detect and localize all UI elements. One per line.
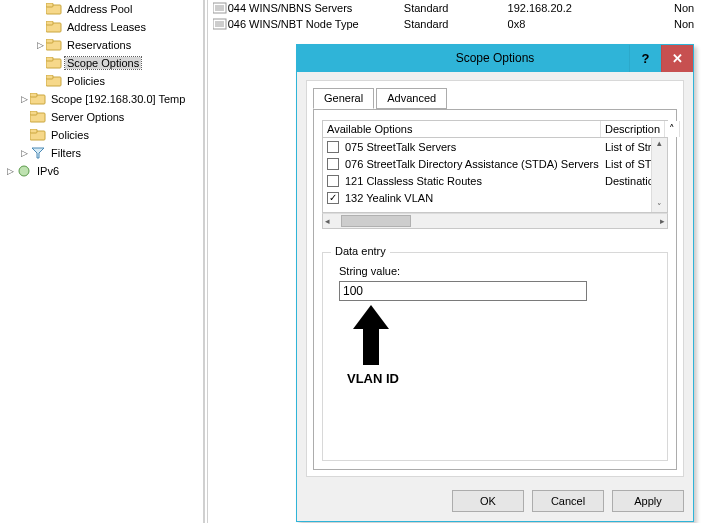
string-value-input[interactable] [339,281,587,301]
available-options-box: Available Options Description ˄ 075 Stre… [322,120,668,240]
folder-icon [46,2,62,16]
list-cell-vendor: Standard [404,18,508,30]
splitter[interactable] [204,0,208,523]
svg-marker-26 [353,305,389,365]
svg-rect-9 [46,75,53,79]
tree-item-label: Server Options [49,111,126,123]
ok-button[interactable]: OK [452,490,524,512]
list-row[interactable]: 044 WINS/NBNS Servers Standard 192.168.2… [210,0,719,16]
list-row[interactable]: 046 WINS/NBT Node Type Standard 0x8 Non [210,16,719,32]
scroll-up-icon[interactable]: ˄ [665,121,680,137]
dialog-body: General Advanced Available Options Descr… [306,80,684,477]
svg-rect-3 [46,21,53,25]
tree-item-policies-server[interactable]: Policies [0,126,203,144]
header-description[interactable]: Description [601,121,665,137]
header-available[interactable]: Available Options [323,121,601,137]
annotation-label: VLAN ID [347,371,399,386]
help-button[interactable]: ? [629,45,661,72]
group-label: Data entry [331,245,390,257]
tab-general[interactable]: General [313,88,374,109]
list-cell-value: 192.168.20.2 [508,2,674,14]
option-name: 132 Yealink VLAN [343,192,601,204]
folder-icon [30,110,46,124]
tab-panel-general: Available Options Description ˄ 075 Stre… [313,109,677,470]
tabstrip: General Advanced [313,87,683,110]
scrollbar-thumb[interactable] [341,215,411,227]
dialog-buttons: OK Cancel Apply [452,490,684,512]
navigation-tree: Address Pool Address Leases ▷ Reservatio… [0,0,204,523]
options-list: 075 StreetTalk Servers List of Stree 076… [322,138,668,213]
tree-item-label: Policies [65,75,107,87]
list-cell-vendor: Standard [404,2,508,14]
svg-rect-7 [46,57,53,61]
svg-point-17 [19,166,29,176]
tree-item-reservations[interactable]: ▷ Reservations [0,36,203,54]
tree-item-scope-options[interactable]: Scope Options [0,54,203,72]
option-name: 076 StreetTalk Directory Assistance (STD… [343,158,601,170]
tab-advanced[interactable]: Advanced [376,88,447,109]
folder-icon [30,128,46,142]
tree-item-label: Address Pool [65,3,134,15]
tree-item-label: Filters [49,147,83,159]
svg-rect-11 [30,93,37,97]
svg-rect-15 [30,129,37,133]
expander-icon[interactable]: ▷ [34,39,46,51]
option-row[interactable]: 076 StreetTalk Directory Assistance (STD… [323,155,667,172]
svg-rect-1 [46,3,53,7]
list-cell-value: 0x8 [508,18,674,30]
svg-rect-5 [46,39,53,43]
apply-button[interactable]: Apply [612,490,684,512]
option-icon [212,1,228,15]
option-row[interactable]: 132 Yealink VLAN [323,189,667,206]
tree-item-label: Scope [192.168.30.0] Temp [49,93,187,105]
folder-icon [46,20,62,34]
cancel-button[interactable]: Cancel [532,490,604,512]
tree-item-address-pool[interactable]: Address Pool [0,0,203,18]
close-button[interactable]: ✕ [661,45,693,72]
option-checkbox[interactable] [327,158,339,170]
folder-icon [30,92,46,106]
scroll-right-icon[interactable]: ▸ [660,216,665,226]
tree-item-label: Address Leases [65,21,148,33]
vertical-scrollbar[interactable]: ▴˅ [651,138,667,212]
svg-marker-16 [32,148,44,158]
tree-item-policies[interactable]: Policies [0,72,203,90]
option-name: 121 Classless Static Routes [343,175,601,187]
option-checkbox[interactable] [327,192,339,204]
tree-item-label: Policies [49,129,91,141]
list-cell-name: 046 WINS/NBT Node Type [228,18,404,30]
tree-item-label: Reservations [65,39,133,51]
option-row[interactable]: 075 StreetTalk Servers List of Stree [323,138,667,155]
scroll-left-icon[interactable]: ◂ [325,216,330,226]
options-header: Available Options Description ˄ [322,120,668,138]
expander-icon[interactable]: ▷ [4,165,16,177]
option-row[interactable]: 121 Classless Static Routes Destination, [323,172,667,189]
list-cell-name: 044 WINS/NBNS Servers [228,2,404,14]
list-cell-class: Non [674,18,719,30]
scope-options-dialog: Scope Options ? ✕ General Advanced Avail… [296,44,694,522]
expander-icon[interactable]: ▷ [18,93,30,105]
tree-item-label: IPv6 [35,165,61,177]
data-entry-group: Data entry String value: VLAN ID [322,252,668,461]
tree-item-server-options[interactable]: Server Options [0,108,203,126]
tree-item-filters[interactable]: ▷ Filters [0,144,203,162]
list-cell-class: Non [674,2,719,14]
annotation-arrow-icon [351,303,391,367]
option-checkbox[interactable] [327,141,339,153]
tree-item-address-leases[interactable]: Address Leases [0,18,203,36]
option-name: 075 StreetTalk Servers [343,141,601,153]
ipv6-icon [16,164,32,178]
horizontal-scrollbar[interactable]: ◂ ▸ [322,213,668,229]
folder-icon [46,74,62,88]
filter-icon [30,146,46,160]
folder-icon [46,56,62,70]
tree-item-label: Scope Options [65,57,141,69]
option-icon [212,17,228,31]
tree-item-scope-temp[interactable]: ▷ Scope [192.168.30.0] Temp [0,90,203,108]
svg-rect-13 [30,111,37,115]
option-checkbox[interactable] [327,175,339,187]
tree-item-ipv6[interactable]: ▷ IPv6 [0,162,203,180]
titlebar[interactable]: Scope Options ? ✕ [297,45,693,72]
folder-icon [46,38,62,52]
expander-icon[interactable]: ▷ [18,147,30,159]
